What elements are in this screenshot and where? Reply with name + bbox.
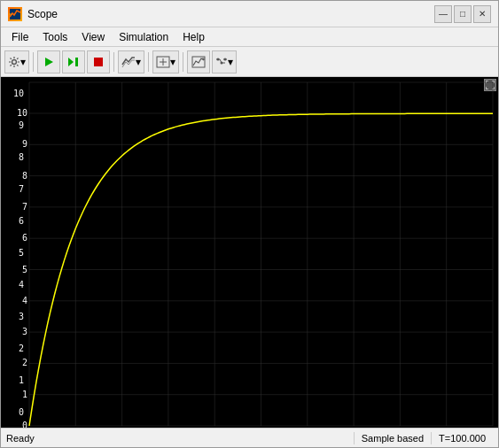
options-button[interactable]: ▾: [212, 50, 237, 73]
svg-text:0: 0: [22, 421, 27, 428]
main-window: Scope — □ ✕ File Tools View Simulation H…: [0, 0, 499, 448]
window-controls: — □ ✕: [434, 5, 491, 23]
close-button[interactable]: ✕: [473, 5, 491, 23]
zoom-button[interactable]: ▾: [152, 50, 179, 73]
play-button[interactable]: [37, 50, 60, 73]
maximize-button[interactable]: □: [454, 5, 472, 23]
svg-text:9: 9: [22, 139, 27, 149]
svg-point-2: [12, 59, 17, 64]
svg-rect-6: [94, 58, 103, 66]
status-right: Sample based T=100.000: [354, 432, 493, 444]
svg-text:6: 6: [22, 233, 27, 243]
svg-rect-18: [29, 82, 498, 428]
toolbar: ▾ ▾ ▾: [1, 47, 498, 77]
scope-area: 0 1 2 3 4 5 6 7 8 9 10: [1, 77, 498, 428]
menu-file[interactable]: File: [4, 29, 35, 45]
menu-help[interactable]: Help: [175, 29, 212, 45]
step-button[interactable]: [62, 50, 85, 73]
svg-text:5: 5: [22, 265, 27, 274]
status-ready: Ready: [6, 433, 354, 444]
separator-1: [33, 52, 34, 72]
minimize-button[interactable]: —: [434, 5, 452, 23]
svg-text:8: 8: [22, 171, 27, 181]
status-sample-based: Sample based: [354, 432, 431, 444]
svg-text:10: 10: [17, 108, 27, 118]
svg-text:3: 3: [22, 327, 27, 336]
svg-text:7: 7: [22, 202, 27, 212]
menu-view[interactable]: View: [74, 29, 112, 45]
svg-text:2: 2: [22, 358, 27, 367]
separator-2: [113, 52, 114, 72]
svg-text:1: 1: [22, 390, 27, 399]
title-bar: Scope — □ ✕: [1, 1, 498, 27]
signal-button[interactable]: ▾: [118, 50, 144, 73]
svg-rect-5: [75, 58, 78, 66]
autoscale-button[interactable]: [187, 50, 210, 73]
status-bar: Ready Sample based T=100.000: [1, 428, 498, 447]
window-title: Scope: [27, 8, 434, 20]
status-time: T=100.000: [431, 432, 493, 444]
app-icon: [8, 7, 22, 21]
separator-3: [148, 52, 149, 72]
menu-simulation[interactable]: Simulation: [112, 29, 175, 45]
svg-text:4: 4: [22, 296, 27, 305]
stop-button[interactable]: [87, 50, 110, 73]
svg-marker-3: [45, 58, 53, 66]
svg-marker-4: [68, 58, 74, 66]
plot-svg: 0 10 20 30 40 50 60 70 80 90 100 0 1 2 3…: [1, 77, 498, 428]
settings-button[interactable]: ▾: [4, 50, 29, 73]
menu-bar: File Tools View Simulation Help: [1, 27, 498, 47]
menu-tools[interactable]: Tools: [35, 29, 74, 45]
separator-4: [183, 52, 183, 72]
